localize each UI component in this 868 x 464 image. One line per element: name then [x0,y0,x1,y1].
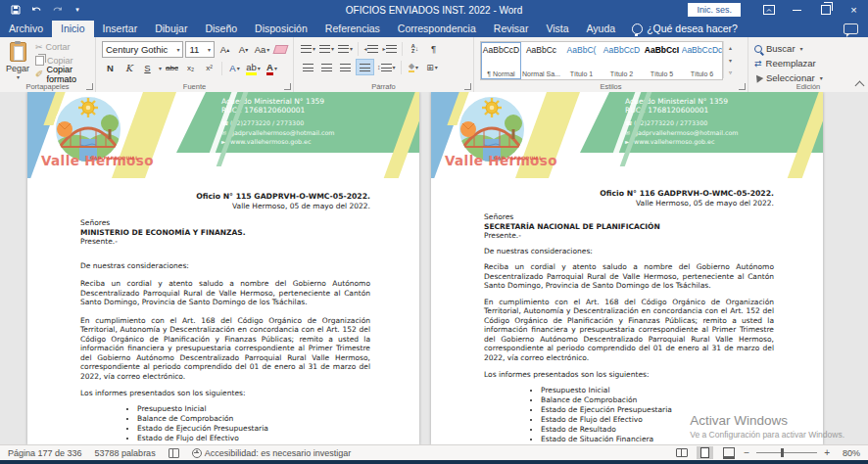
letter-date[interactable]: Valle Hermoso, 05 de mayo del 2022. [80,202,370,211]
font-name-combo[interactable]: Century Gothic▾ [102,41,183,58]
align-left-button[interactable] [300,60,316,74]
font-color-button[interactable]: A▾ [264,61,280,75]
italic-button[interactable]: K [121,61,137,75]
page-count[interactable]: Página 177 de 336 [8,448,82,458]
paragraph-1[interactable]: Reciba un cordial y atento saludo a nomb… [80,279,370,307]
tab-vista[interactable]: Vista [537,21,577,37]
shrink-font-button[interactable]: A▾ [235,42,252,57]
paragraph-dialog-launcher-icon[interactable] [464,83,471,90]
grow-font-button[interactable]: A▴ [217,42,233,57]
undo-icon[interactable] [30,4,42,16]
list-item[interactable]: Estado de Ejecución Presupuestaria [541,405,774,415]
letter-body[interactable]: Oficio N° 116 GADPRVH-O-WMC-05-2022. Val… [431,189,823,445]
letter-date[interactable]: Valle Hermoso, 05 de mayo del 2022. [484,199,774,209]
report-list[interactable]: Presupuesto Inicial Balance de Comprobac… [541,386,774,446]
ribbon-display-options-icon[interactable] [754,0,783,20]
zoom-out-button[interactable]: − [744,447,749,458]
clipboard-dialog-launcher-icon[interactable] [86,83,93,90]
styles-scroll-up-icon[interactable]: ▴ [724,41,737,54]
tab-correspondencia[interactable]: Correspondencia [389,21,485,37]
replace-button[interactable]: ⇄ Reemplazar [754,57,864,70]
list-item[interactable]: Estado de Flujo del Efectivo [541,415,774,425]
decrease-indent-button[interactable]: ◂ [362,41,379,56]
zoom-slider-thumb[interactable] [781,448,784,457]
style-titulo-5[interactable]: AaBbCcI Título 5 [642,42,682,79]
change-case-button[interactable]: Aa▾ [254,42,270,57]
web-layout-button[interactable] [720,446,737,459]
find-button[interactable]: Buscar▾ [754,42,864,55]
line-spacing-button[interactable]: ↕▾ [376,60,397,74]
style-titulo-6[interactable]: AaBbCcDc Título 6 [682,42,722,79]
oficio-number[interactable]: Oficio N° 115 GADPRVH-O-WMC-05-2022. [80,192,370,202]
list-item[interactable]: Estado de Resultado [541,425,774,435]
text-effects-button[interactable]: A▾ [226,61,243,75]
word-count[interactable]: 53788 palabras [95,448,156,458]
read-mode-button[interactable] [673,446,690,459]
proofing-status[interactable] [169,448,179,458]
paste-button[interactable]: Pegar ▾ [6,41,29,80]
borders-button[interactable]: ⊞▾ [424,60,441,74]
tab-ayuda[interactable]: Ayuda [578,21,625,37]
restore-button[interactable] [811,0,840,20]
format-painter-button[interactable]: ✐ Copiar formato [35,69,91,80]
minimize-button[interactable] [783,0,811,20]
document-page-1[interactable]: Acuerdo Ministerial N° 1359 RUC : 176812… [27,92,419,445]
align-center-button[interactable] [318,60,335,74]
styles-dialog-launcher-icon[interactable] [739,83,746,90]
tab-insertar[interactable]: Insertar [94,21,147,37]
list-item[interactable]: Presupuesto Inicial [541,386,774,395]
underline-dropdown-icon[interactable]: ▾ [159,65,162,71]
customize-qat-icon[interactable]: ▾ [72,4,83,16]
oficio-number[interactable]: Oficio N° 116 GADPRVH-O-WMC-05-2022. [484,189,774,199]
paragraph-2[interactable]: En cumplimiento con el Art. 168 del Códi… [484,298,774,363]
print-layout-button[interactable] [697,446,713,459]
list-item[interactable]: Balance de Comprobación [137,414,370,424]
close-button[interactable]: × [840,0,868,20]
strikethrough-button[interactable]: abc [164,61,180,75]
document-page-2[interactable]: Acuerdo Ministerial N° 1359 RUC : 176812… [431,92,823,445]
tab-inicio[interactable]: Inicio [52,21,94,37]
zoom-in-button[interactable]: + [824,447,830,458]
show-marks-button[interactable]: ¶ [425,41,442,56]
list-item[interactable]: Balance de Comprobación [541,395,774,405]
accessibility-status[interactable]: Accesibilidad: es necesario investigar [192,448,352,458]
greeting[interactable]: De nuestras consideraciones: [484,247,774,256]
bullets-button[interactable]: ▾ [300,41,316,56]
style-titulo-1[interactable]: AaBbC( Título 1 [561,42,602,79]
multilevel-list-button[interactable]: ▾ [337,41,354,56]
list-intro[interactable]: Los informes presentados son los siguien… [80,389,370,398]
justify-button[interactable] [356,59,374,75]
document-workspace[interactable]: Acuerdo Ministerial N° 1359 RUC : 176812… [0,92,868,445]
font-dialog-launcher-icon[interactable] [284,83,291,90]
recipient-block[interactable]: Señores MINISTERIO DE ECONOMÍA Y FINANZA… [80,218,370,247]
styles-more-icon[interactable]: ▿ [724,66,737,78]
list-item[interactable]: Presupuesto Inicial [137,404,370,414]
tab-diseno[interactable]: Diseño [196,21,246,37]
cut-button[interactable]: ✂ Cortar [35,41,91,53]
letter-body[interactable]: Oficio N° 115 GADPRVH-O-WMC-05-2022. Val… [27,192,419,445]
zoom-level[interactable]: 80% [837,448,860,458]
recipient-block[interactable]: Señores SECRETARÍA NACIONAL DE PLANIFICA… [484,212,774,241]
bold-button[interactable]: N [102,61,119,75]
comments-icon[interactable] [844,23,858,34]
shading-button[interactable]: ◆▾ [406,60,422,74]
subscript-button[interactable]: x₂ [182,61,199,75]
tab-archivo[interactable]: Archivo [0,21,52,37]
greeting[interactable]: De nuestras consideraciones: [80,261,370,271]
paragraph-2[interactable]: En cumplimiento con el Art. 168 del Códi… [80,316,370,382]
style-normal[interactable]: AaBbCcD ¶ Normal [481,42,521,79]
tab-revisar[interactable]: Revisar [485,21,538,37]
tab-dibujar[interactable]: Dibujar [146,21,196,37]
list-item[interactable]: Estado de Ejecución Presupuestaria [137,424,370,434]
sort-button[interactable]: AZ↓ [407,41,423,56]
save-icon[interactable] [10,4,22,16]
list-item[interactable]: Estado de Situación Financiera [541,435,774,444]
increase-indent-button[interactable]: ▸ [381,41,398,56]
style-normal-sa[interactable]: AaBbCc Normal Sa... [521,42,561,79]
paragraph-1[interactable]: Reciba un cordial y atento saludo a nomb… [484,262,774,291]
align-right-button[interactable] [337,60,354,74]
zoom-slider[interactable] [756,452,817,453]
tab-referencias[interactable]: Referencias [316,21,389,37]
tab-disposicion[interactable]: Disposición [246,21,316,37]
font-size-combo[interactable]: 11▾ [185,41,215,58]
